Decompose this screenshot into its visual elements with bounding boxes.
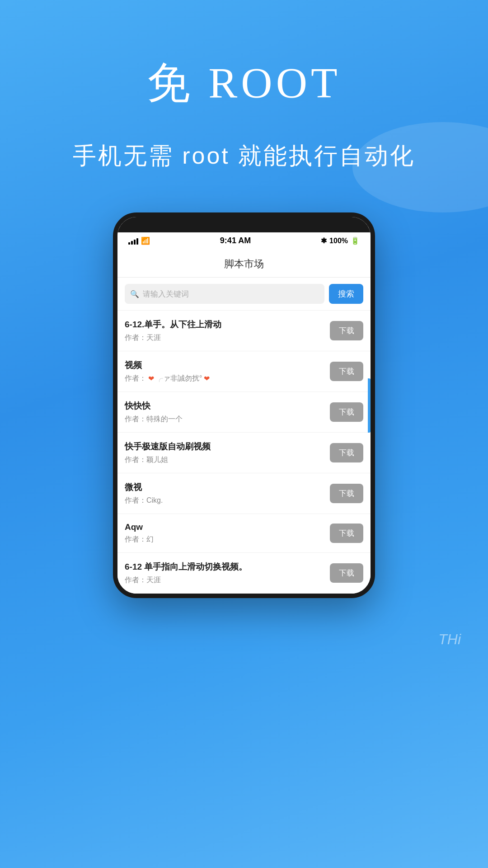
- heart-icon-left: ❤: [148, 374, 154, 383]
- status-time: 9:41 AM: [220, 236, 251, 245]
- search-placeholder-text: 请输入关键词: [143, 289, 189, 299]
- bottom-watermark: THi: [438, 631, 461, 648]
- bluetooth-icon: ✱: [321, 236, 327, 245]
- list-item: 视频 作者： ❤ ╭ァ非誠勿扰° ❤ 下载: [117, 351, 371, 392]
- author-prefix-2: 作者：: [125, 374, 146, 383]
- search-icon: 🔍: [130, 290, 139, 298]
- item-title-2: 视频: [125, 359, 330, 371]
- item-author-3: 作者：特殊的一个: [125, 415, 330, 424]
- battery-icon: 🔋: [351, 236, 360, 245]
- notch-cutout: [212, 218, 276, 231]
- download-button-4[interactable]: 下载: [330, 443, 363, 462]
- list-item: 微视 作者：Cikg. 下载: [117, 473, 371, 514]
- status-right: ✱ 100% 🔋: [321, 236, 360, 245]
- battery-percent: 100%: [329, 237, 348, 245]
- signal-bar-2: [131, 241, 133, 245]
- list-item: Aqw 作者：幻 下载: [117, 514, 371, 553]
- app-content: 🔍 请输入关键词 搜索 6-12.单手。从下往上滑动 作者：天涯 下载 视频 作: [117, 278, 371, 594]
- phone-notch: [117, 217, 371, 232]
- download-button-3[interactable]: 下载: [330, 402, 363, 422]
- item-title-1: 6-12.单手。从下往上滑动: [125, 319, 330, 330]
- item-author-5: 作者：Cikg.: [125, 496, 330, 505]
- list-item: 6-12.单手。从下往上滑动 作者：天涯 下载: [117, 311, 371, 351]
- item-info-4: 快手极速版自动刷视频 作者：颖儿姐: [125, 441, 330, 465]
- item-info-6: Aqw 作者：幻: [125, 522, 330, 544]
- item-info-5: 微视 作者：Cikg.: [125, 481, 330, 505]
- item-title-4: 快手极速版自动刷视频: [125, 441, 330, 453]
- author-name-2: ╭ァ非誠勿扰°: [156, 374, 202, 383]
- download-button-1[interactable]: 下载: [330, 321, 363, 340]
- app-title: 脚本市场: [224, 258, 264, 269]
- item-info-1: 6-12.单手。从下往上滑动 作者：天涯: [125, 319, 330, 343]
- phone-frame: 📶 9:41 AM ✱ 100% 🔋 脚本市场 🔍 请输入关键词 搜索: [113, 212, 375, 598]
- bottom-area: THi: [0, 616, 488, 652]
- item-info-3: 快快快 作者：特殊的一个: [125, 400, 330, 424]
- app-header: 脚本市场: [117, 249, 371, 278]
- hero-title: 免 ROOT: [0, 54, 488, 113]
- item-title-6: Aqw: [125, 522, 330, 532]
- download-button-6[interactable]: 下载: [330, 524, 363, 543]
- signal-bar-1: [128, 242, 130, 245]
- search-row: 🔍 请输入关键词 搜索: [117, 278, 371, 311]
- search-button[interactable]: 搜索: [329, 284, 363, 304]
- search-input-wrapper[interactable]: 🔍 请输入关键词: [125, 284, 324, 304]
- status-bar: 📶 9:41 AM ✱ 100% 🔋: [117, 232, 371, 249]
- heart-icon-right: ❤: [204, 374, 210, 383]
- list-item: 6-12 单手指向上滑动切换视频。 作者：天涯 下载: [117, 553, 371, 594]
- signal-bar-3: [134, 240, 136, 245]
- download-button-7[interactable]: 下载: [330, 563, 363, 583]
- list-item: 快手极速版自动刷视频 作者：颖儿姐 下载: [117, 433, 371, 473]
- item-author-1: 作者：天涯: [125, 333, 330, 343]
- item-author-7: 作者：天涯: [125, 576, 330, 585]
- item-info-2: 视频 作者： ❤ ╭ァ非誠勿扰° ❤: [125, 359, 330, 383]
- status-left: 📶: [128, 236, 150, 245]
- signal-bar-4: [136, 238, 138, 245]
- item-author-4: 作者：颖儿姐: [125, 455, 330, 465]
- item-author-6: 作者：幻: [125, 535, 330, 544]
- item-info-7: 6-12 单手指向上滑动切换视频。 作者：天涯: [125, 561, 330, 585]
- download-button-5[interactable]: 下载: [330, 484, 363, 503]
- item-title-7: 6-12 单手指向上滑动切换视频。: [125, 561, 330, 573]
- item-title-3: 快快快: [125, 400, 330, 412]
- download-button-2[interactable]: 下载: [330, 362, 363, 381]
- phone-wrapper: 📶 9:41 AM ✱ 100% 🔋 脚本市场 🔍 请输入关键词 搜索: [0, 199, 488, 598]
- item-title-5: 微视: [125, 481, 330, 493]
- list-item: 快快快 作者：特殊的一个 下载: [117, 392, 371, 433]
- wifi-icon: 📶: [141, 236, 150, 245]
- item-author-2: 作者： ❤ ╭ァ非誠勿扰° ❤: [125, 374, 330, 383]
- signal-icon: [128, 237, 138, 245]
